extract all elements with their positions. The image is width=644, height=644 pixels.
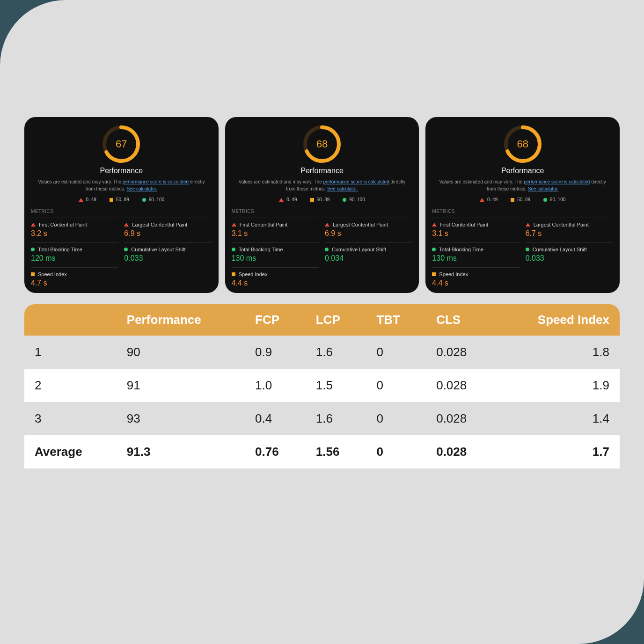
table-row: 2911.01.500.0281.9 (24, 369, 620, 402)
metric-value: 4.4 s (432, 279, 520, 287)
legend-mid: 50–89 (511, 197, 530, 202)
performance-score: 67 (102, 124, 141, 164)
metric-value: 6.9 s (325, 229, 412, 238)
metric-label: Cumulative Layout Shift (533, 247, 587, 252)
table-cell: 1.0 (245, 369, 306, 402)
score-legend: 0–49 50–89 90–100 (31, 197, 212, 202)
metric-speed-index: Speed Index 4.4 s (432, 267, 520, 287)
legend-low: 0–49 (279, 197, 297, 202)
metric-tbt: Total Blocking Time 120 ms (31, 242, 118, 263)
circle-icon (232, 248, 235, 251)
metric-tbt: Total Blocking Time 130 ms (432, 242, 520, 263)
table-cell: 1 (24, 336, 117, 369)
table-cell: 0.76 (245, 435, 306, 468)
metric-label: Speed Index (239, 271, 268, 277)
table-cell: 0 (366, 336, 426, 369)
circle-icon (124, 248, 128, 251)
table-cell: 1.9 (495, 369, 620, 402)
metric-label: Cumulative Layout Shift (131, 247, 185, 252)
legend-label: 50–89 (317, 197, 330, 202)
performance-gauge: 67 (102, 124, 141, 164)
table-cell: 1.56 (306, 435, 366, 468)
legend-mid: 50–89 (310, 197, 330, 202)
legend-label: 50–89 (517, 197, 530, 202)
square-icon (432, 272, 436, 276)
circle-icon (142, 198, 146, 202)
table-cell: 91.3 (117, 435, 245, 468)
table-cell: 0.028 (426, 336, 495, 369)
results-table: PerformanceFCPLCPTBTCLSSpeed Index 1900.… (24, 304, 620, 468)
desc-text: Values are estimated and may vary. The (239, 179, 323, 184)
metric-lcp: Largest Contentful Paint 6.7 s (526, 218, 613, 238)
legend-label: 50–89 (116, 197, 129, 202)
metric-label: First Contentful Paint (240, 222, 288, 227)
square-icon (31, 272, 35, 276)
metrics-heading: METRICS (432, 209, 613, 214)
legend-label: 0–49 (487, 197, 498, 202)
table-cell: 2 (24, 369, 117, 402)
legend-label: 90–100 (149, 197, 164, 202)
table-cell: 90 (117, 336, 245, 369)
desc-text: Values are estimated and may vary. The (38, 179, 123, 184)
legend-label: 0–49 (286, 197, 297, 202)
table-cell: 0 (366, 402, 426, 435)
legend-label: 90–100 (550, 197, 565, 202)
see-calculator-link[interactable]: See calculator. (327, 186, 358, 191)
see-calculator-link[interactable]: See calculator. (528, 186, 559, 191)
square-icon (511, 198, 514, 202)
metric-tbt: Total Blocking Time 130 ms (232, 242, 319, 263)
metrics-grid: First Contentful Paint 3.1 s Largest Con… (432, 218, 613, 287)
card-description: Values are estimated and may vary. The p… (34, 179, 209, 192)
legend-label: 0–49 (86, 197, 96, 202)
metric-value: 0.033 (124, 254, 212, 263)
metric-label: Total Blocking Time (239, 247, 283, 252)
metric-value: 130 ms (232, 254, 319, 263)
table-cell: Average (24, 435, 117, 468)
metric-value: 6.9 s (124, 229, 212, 238)
square-icon (110, 198, 113, 202)
table-header-cell: Performance (117, 304, 245, 336)
table-row-average: Average91.30.761.5600.0281.7 (24, 435, 620, 468)
performance-score-link[interactable]: performance score is calculated (323, 179, 389, 184)
circle-icon (325, 248, 329, 251)
gauge-wrap: 67 (31, 124, 212, 164)
metric-label: Total Blocking Time (38, 247, 82, 252)
table-header-cell: LCP (306, 304, 366, 336)
metric-fcp: First Contentful Paint 3.1 s (232, 218, 319, 238)
table-cell: 1.4 (495, 402, 620, 435)
table-cell: 0 (366, 369, 426, 402)
metric-value: 130 ms (432, 254, 520, 263)
metric-value: 120 ms (31, 254, 118, 263)
performance-gauge: 68 (302, 124, 342, 164)
metrics-grid: First Contentful Paint 3.1 s Largest Con… (232, 218, 413, 287)
table-cell: 3 (24, 402, 117, 435)
square-icon (232, 272, 235, 276)
table-row: 1900.91.600.0281.8 (24, 336, 620, 369)
performance-score-link[interactable]: performance score is calculated (524, 179, 590, 184)
metric-speed-index: Speed Index 4.4 s (232, 267, 319, 287)
circle-icon (31, 248, 35, 251)
desc-text: Values are estimated and may vary. The (439, 179, 524, 184)
metric-label: First Contentful Paint (39, 222, 87, 227)
metric-value: 3.1 s (432, 229, 520, 238)
table-header-cell: TBT (366, 304, 426, 336)
see-calculator-link[interactable]: See calculator. (126, 186, 157, 191)
performance-score: 68 (503, 124, 542, 164)
table-header-cell: CLS (426, 304, 495, 336)
table-header-cell (24, 304, 117, 336)
metric-fcp: First Contentful Paint 3.1 s (432, 218, 520, 238)
square-icon (310, 198, 314, 202)
metric-value: 4.7 s (31, 279, 118, 287)
table-cell: 1.6 (306, 402, 366, 435)
metrics-grid: First Contentful Paint 3.2 s Largest Con… (31, 218, 212, 287)
legend-low: 0–49 (79, 197, 96, 202)
table-cell: 0.9 (245, 336, 306, 369)
card-title: Performance (232, 167, 413, 175)
metric-cls: Cumulative Layout Shift 0.033 (124, 242, 212, 263)
lighthouse-card: 68 Performance Values are estimated and … (425, 117, 620, 293)
table-row: 3930.41.600.0281.4 (24, 402, 620, 435)
legend-high: 90–100 (543, 197, 565, 202)
metric-label: Largest Contentful Paint (132, 222, 187, 227)
performance-score-link[interactable]: performance score is calculated (123, 179, 189, 184)
metric-lcp: Largest Contentful Paint 6.9 s (124, 218, 212, 238)
